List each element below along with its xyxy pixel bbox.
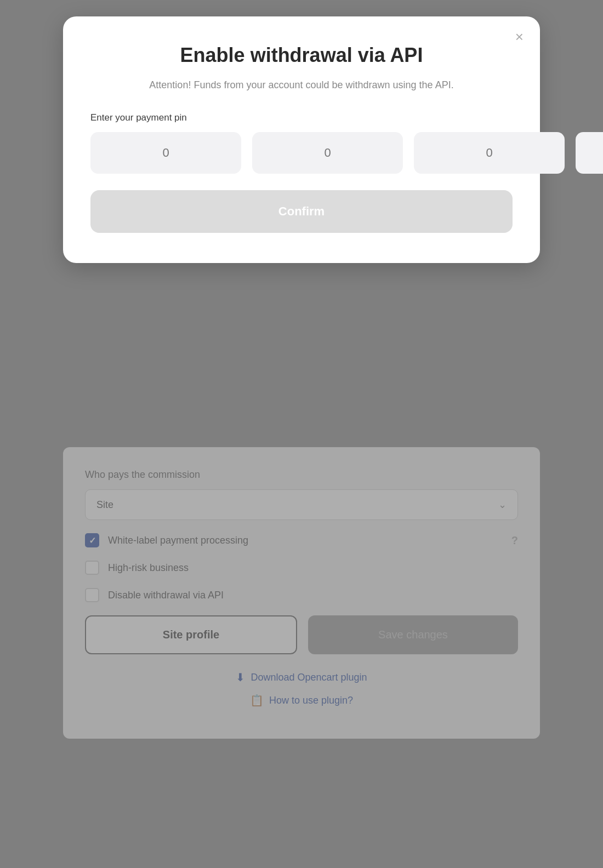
confirm-button[interactable]: Confirm xyxy=(90,190,513,233)
modal-title: Enable withdrawal via API xyxy=(90,44,513,67)
pin-input-2[interactable] xyxy=(252,132,403,174)
modal-dialog: × Enable withdrawal via API Attention! F… xyxy=(63,16,540,263)
modal-subtitle: Attention! Funds from your account could… xyxy=(90,78,513,93)
pin-input-4[interactable] xyxy=(576,132,603,174)
pin-input-1[interactable] xyxy=(90,132,241,174)
modal-overlay: × Enable withdrawal via API Attention! F… xyxy=(0,0,603,868)
close-button[interactable]: × xyxy=(515,30,524,44)
pin-input-3[interactable] xyxy=(414,132,565,174)
pin-inputs-container xyxy=(90,132,513,174)
pin-label: Enter your payment pin xyxy=(90,112,513,123)
